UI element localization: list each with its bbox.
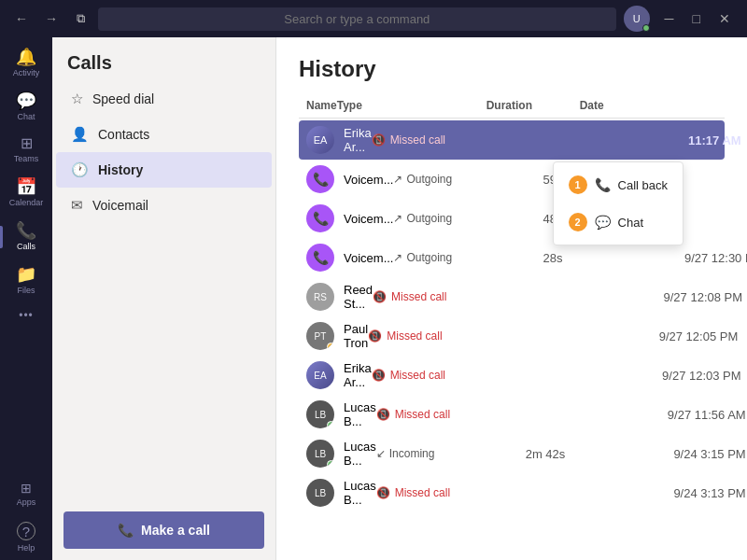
back-button[interactable]: ←	[9, 9, 34, 28]
sidebar-item-calls[interactable]: 📞 Calls	[0, 215, 52, 259]
table-row[interactable]: PT Paul Tron 📵 Missed call 9/27 12:05 PM…	[299, 316, 725, 356]
date-cell: 9/27 12:03 PM	[614, 369, 745, 383]
menu-badge-1: 1	[569, 175, 587, 194]
icon-nav: 🔔 Activity 💬 Chat ⊞ Teams 📅 Calendar 📞 C…	[0, 37, 52, 560]
sidebar-item-calendar[interactable]: 📅 Calendar	[0, 171, 52, 215]
files-icon: 📁	[16, 266, 36, 283]
avatar: 📞	[306, 244, 334, 272]
sidebar-bottom: 📞 Make a call	[52, 500, 275, 560]
avatar: 📞	[306, 165, 334, 193]
col-duration: Duration	[486, 99, 580, 112]
name-cell: RS Reed St...	[306, 283, 373, 311]
sidebar-item-apps[interactable]: ⊞ Apps	[0, 474, 52, 514]
status-dot	[327, 421, 334, 428]
close-button[interactable]: ✕	[712, 9, 738, 28]
col-date: Date	[580, 99, 711, 112]
type-cell: ↗ Outgoing	[393, 212, 543, 225]
nav-buttons: ← →	[9, 9, 63, 28]
missed-call-icon: 📵	[376, 486, 390, 499]
sidebar-item-speed-dial[interactable]: ☆ Speed dial	[56, 81, 272, 117]
type-cell: 📵 Missed call	[372, 369, 521, 382]
type-cell: ↗ Outgoing	[393, 173, 543, 186]
date-cell: 9/27 11:56 AM	[619, 408, 747, 422]
maximize-button[interactable]: □	[685, 9, 708, 28]
phone-icon: 📞	[118, 523, 134, 538]
name-cell: 📞 Voicem...	[306, 165, 393, 193]
incoming-icon: ↙	[376, 447, 386, 460]
avatar: U	[624, 6, 650, 32]
apps-icon: ⊞	[21, 482, 32, 495]
forward-button[interactable]: →	[39, 9, 63, 28]
avatar: PT	[306, 322, 334, 350]
avatar: LB	[306, 440, 334, 468]
name-cell: LB Lucas B...	[306, 479, 376, 507]
chat-icon: 💬	[16, 92, 36, 109]
history-icon: 🕐	[71, 161, 89, 178]
date-cell: 9/24 3:15 PM	[619, 447, 747, 461]
search-input[interactable]	[98, 7, 616, 31]
outgoing-icon: ↗	[393, 212, 402, 225]
main-content: History Name Type Duration Date EA Erika…	[276, 37, 747, 560]
make-call-button[interactable]: 📞 Make a call	[63, 511, 264, 549]
help-icon: ?	[17, 522, 35, 540]
table-row[interactable]: LB Lucas B... 📵 Missed call 9/27 11:56 A…	[299, 395, 725, 434]
sidebar-item-voicemail[interactable]: ✉ Voicemail	[56, 188, 272, 223]
table-header: Name Type Duration Date	[299, 93, 725, 119]
sidebar-item-files[interactable]: 📁 Files	[0, 259, 52, 302]
call-back-menu-item[interactable]: 1 📞 Call back	[554, 166, 683, 203]
table-row[interactable]: RS Reed St... 📵 Missed call 9/27 12:08 P…	[299, 277, 725, 316]
sidebar-item-more[interactable]: •••	[0, 302, 52, 329]
outgoing-icon: ↗	[393, 251, 402, 264]
status-dot	[327, 343, 334, 350]
missed-call-icon: 📵	[368, 329, 382, 343]
minimize-button[interactable]: ─	[657, 9, 682, 28]
sidebar-item-history[interactable]: 🕐 History	[56, 152, 272, 188]
name-cell: EA Erika Ar...	[306, 126, 372, 154]
table-row[interactable]: EA Erika Ar... 📵 Missed call 11:17 AM ••…	[299, 120, 725, 160]
avatar: EA	[306, 126, 334, 154]
window-controls: ─ □ ✕	[657, 9, 738, 28]
sidebar-item-chat[interactable]: 💬 Chat	[0, 85, 52, 129]
type-cell: 📵 Missed call	[372, 133, 521, 147]
sidebar-menu: ☆ Speed dial 👤 Contacts 🕐 History ✉ Voic…	[52, 81, 275, 223]
avatar: LB	[306, 400, 334, 428]
table-row[interactable]: LB Lucas B... 📵 Missed call 9/24 3:13 PM…	[299, 473, 725, 512]
sidebar-item-contacts[interactable]: 👤 Contacts	[56, 117, 272, 152]
teams-icon: ⊞	[21, 136, 33, 151]
name-cell: LB Lucas B...	[306, 400, 376, 428]
calls-icon: 📞	[16, 222, 36, 239]
context-menu: 1 📞 Call back 2 💬 Chat	[553, 161, 684, 245]
date-cell: 9/27 12:08 PM	[615, 290, 746, 304]
history-table: Name Type Duration Date EA Erika Ar... 📵…	[276, 93, 747, 560]
content-header: History	[276, 37, 747, 93]
date-cell: 9/27 12:30 PM	[636, 251, 747, 265]
chat-menu-item[interactable]: 2 💬 Chat	[554, 203, 683, 241]
edit-button[interactable]: ⧉	[71, 9, 91, 28]
name-cell: EA Erika Ar...	[306, 361, 372, 389]
duration-cell: 28s	[543, 251, 636, 265]
type-cell: ↗ Outgoing	[393, 251, 543, 264]
activity-icon: 🔔	[16, 49, 36, 65]
missed-call-icon: 📵	[373, 290, 387, 303]
call-back-icon: 📞	[595, 177, 611, 192]
missed-call-icon: 📵	[376, 408, 390, 421]
main-area: 🔔 Activity 💬 Chat ⊞ Teams 📅 Calendar 📞 C…	[0, 37, 747, 560]
name-cell: LB Lucas B...	[306, 440, 376, 468]
table-row[interactable]: LB Lucas B... ↙ Incoming 2m 42s 9/24 3:1…	[299, 434, 725, 473]
more-options-button[interactable]: •••	[741, 327, 747, 346]
sidebar-item-teams[interactable]: ⊞ Teams	[0, 129, 52, 171]
sidebar-item-activity[interactable]: 🔔 Activity	[0, 41, 52, 85]
duration-cell: 2m 42s	[526, 447, 619, 461]
name-cell: 📞 Voicem...	[306, 244, 393, 272]
col-type: Type	[337, 99, 486, 112]
name-cell: 📞 Voicem...	[306, 204, 393, 232]
title-bar: ← → ⧉ U ─ □ ✕	[0, 0, 747, 37]
col-actions	[711, 99, 747, 112]
sidebar-title: Calls	[52, 37, 275, 81]
type-cell: 📵 Missed call	[373, 290, 522, 303]
sidebar-item-help[interactable]: ? Help	[0, 514, 52, 560]
avatar: 📞	[306, 204, 334, 232]
type-cell: 📵 Missed call	[368, 329, 517, 343]
outgoing-icon: ↗	[393, 173, 402, 186]
table-row[interactable]: EA Erika Ar... 📵 Missed call 9/27 12:03 …	[299, 356, 725, 395]
